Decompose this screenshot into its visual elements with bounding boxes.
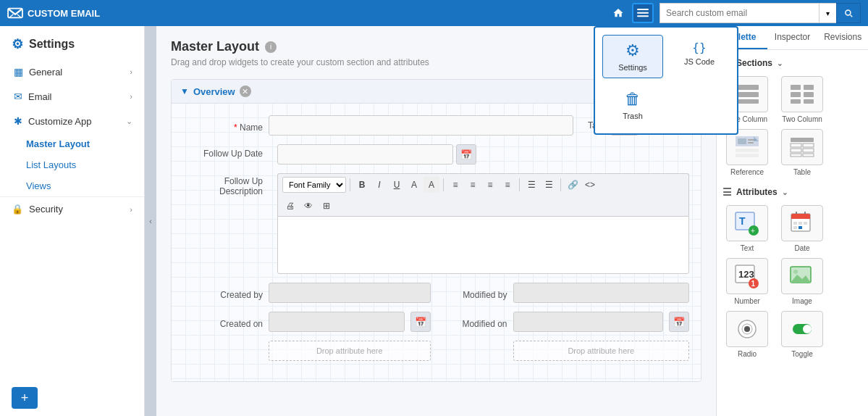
palette-item-table[interactable]: Table — [778, 129, 827, 176]
sidebar-expand-button[interactable]: + — [12, 387, 38, 409]
palette-item-toggle[interactable]: Toggle — [778, 311, 827, 358]
rte-underline-button[interactable]: U — [389, 177, 405, 193]
rte-table-button[interactable]: ⊞ — [319, 198, 334, 214]
svg-rect-16 — [748, 142, 754, 143]
palette-item-image[interactable]: Image — [778, 258, 827, 305]
drop-zone-left[interactable]: Drop attribute here — [269, 341, 431, 361]
svg-rect-8 — [804, 85, 814, 90]
views-label: Views — [26, 180, 51, 191]
palette-item-reference[interactable]: Reference — [722, 129, 772, 176]
modified-by-input[interactable] — [513, 283, 690, 303]
rte-font-color-button[interactable]: A — [406, 177, 422, 193]
drop-zone-left-item: Drop attribute here — [183, 341, 431, 361]
created-on-input[interactable] — [269, 312, 405, 332]
rte-list-number-button[interactable]: ☰ — [541, 177, 557, 193]
follow-up-date-group: 📅 — [277, 144, 476, 165]
sidebar-title: Settings — [29, 38, 75, 51]
palette-item-two-column[interactable]: Two Column — [778, 76, 827, 123]
name-input[interactable] — [269, 115, 573, 136]
svg-rect-7 — [791, 85, 801, 90]
security-label: Security — [29, 204, 63, 215]
palette-item-radio[interactable]: Radio — [722, 311, 772, 358]
svg-point-52 — [803, 325, 812, 333]
created-on-item: Created on 📅 — [183, 312, 431, 332]
security-lock-icon: 🔒 — [12, 204, 23, 215]
svg-point-50 — [744, 326, 750, 332]
rte-align-right-button[interactable]: ≡ — [482, 177, 498, 193]
search-submit-button[interactable] — [836, 3, 861, 23]
modified-on-label: Modified on — [442, 315, 507, 329]
follow-up-date-input[interactable] — [277, 144, 453, 165]
rte-code-button[interactable]: <> — [582, 177, 598, 193]
svg-rect-5 — [736, 92, 759, 97]
form-body: Name Tags 🏷 ▾ Follow Up Date — [172, 104, 701, 381]
two-column-box — [781, 76, 823, 112]
app-logo: CUSTOM EMAIL — [7, 7, 100, 20]
created-on-calendar-icon[interactable]: 📅 — [410, 312, 431, 332]
page-title: Master Layout — [171, 39, 259, 54]
tag-icon: 🏷 — [617, 120, 625, 130]
rte-italic-button[interactable]: I — [371, 177, 387, 193]
rte-align-justify-button[interactable]: ≡ — [500, 177, 515, 193]
drop-zone-left-label: Drop attribute here — [316, 346, 383, 355]
drop-zone-right[interactable]: Drop attribute here — [513, 341, 690, 361]
created-by-input[interactable] — [269, 283, 431, 303]
number-label: Number — [734, 297, 760, 305]
svg-rect-14 — [738, 138, 746, 144]
modified-on-calendar-icon[interactable]: 📅 — [669, 312, 689, 332]
image-box — [781, 258, 823, 294]
main-content: Master Layout i Drag and drop widgets to… — [156, 26, 716, 416]
drop-zones-row: Drop attribute here Drop attribute here — [183, 341, 689, 361]
attributes-chevron-icon: ⌄ — [782, 188, 788, 196]
rte-print-button[interactable]: 🖨 — [282, 198, 298, 214]
rte-preview-button[interactable]: 👁 — [300, 198, 316, 214]
tab-revisions[interactable]: Revisions — [817, 26, 868, 49]
section-toggle-icon[interactable]: ▼ — [180, 86, 189, 96]
modified-on-input[interactable] — [513, 312, 664, 332]
sidebar-item-customize-app[interactable]: ✱ Customize App ⌄ — [0, 109, 144, 133]
tags-button[interactable]: 🏷 ▾ — [610, 115, 639, 136]
rte-editor[interactable] — [277, 216, 689, 274]
sidebar-item-views[interactable]: Views — [14, 175, 144, 196]
svg-text:+: + — [751, 227, 755, 235]
table-label: Table — [793, 168, 811, 176]
svg-rect-37 — [799, 222, 802, 225]
tab-inspector[interactable]: Inspector — [767, 26, 818, 49]
rte-align-center-button[interactable]: ≡ — [465, 177, 481, 193]
svg-rect-6 — [736, 99, 759, 104]
rte-link-button[interactable]: 🔗 — [565, 177, 581, 193]
follow-up-date-label: Follow Up Date — [183, 144, 263, 159]
right-panel: Palette Inspector Revisions ☰ Sections ⌄ — [716, 26, 868, 416]
collapse-handle[interactable]: ‹ — [145, 26, 156, 416]
rte-highlight-button[interactable]: A — [424, 177, 439, 193]
section-close-button[interactable]: ✕ — [240, 86, 251, 97]
attributes-grid: T + Text — [722, 205, 862, 358]
list-layouts-label: List Layouts — [26, 159, 76, 170]
search-input[interactable] — [660, 3, 819, 23]
font-family-select[interactable]: Font Family — [282, 177, 346, 193]
palette-item-date[interactable]: Date — [778, 205, 827, 252]
tab-palette[interactable]: Palette — [717, 26, 767, 49]
palette-item-number[interactable]: 123 1 Number — [722, 258, 772, 305]
svg-rect-12 — [804, 99, 814, 104]
info-icon[interactable]: i — [265, 41, 277, 53]
sidebar-item-general[interactable]: ▦ General › — [0, 59, 144, 84]
rte-align-left-button[interactable]: ≡ — [447, 177, 463, 193]
search-dropdown-button[interactable]: ▾ — [819, 3, 836, 23]
sidebar-item-master-layout[interactable]: Master Layout — [14, 133, 144, 154]
palette-item-text[interactable]: T + Text — [722, 205, 772, 252]
toggle-box — [781, 311, 823, 347]
home-button[interactable] — [607, 3, 629, 23]
svg-rect-40 — [799, 226, 802, 229]
sidebar-item-security[interactable]: 🔒 Security › — [0, 196, 144, 221]
sidebar-item-email[interactable]: ✉ Email › — [0, 84, 144, 109]
rte-bold-button[interactable]: B — [354, 177, 370, 193]
created-modified-row: Created by Modified by — [183, 283, 689, 303]
menu-button[interactable] — [632, 3, 654, 23]
sidebar-item-list-layouts[interactable]: List Layouts — [14, 154, 144, 175]
palette-item-one-column[interactable]: One Column — [722, 76, 772, 123]
created-by-label: Created by — [183, 286, 263, 300]
rte-list-bullet-button[interactable]: ☰ — [523, 177, 539, 193]
follow-up-date-calendar-icon[interactable]: 📅 — [456, 144, 476, 165]
sidebar: ⚙ Settings ▦ General › ✉ Email › ✱ Custo… — [0, 26, 145, 416]
